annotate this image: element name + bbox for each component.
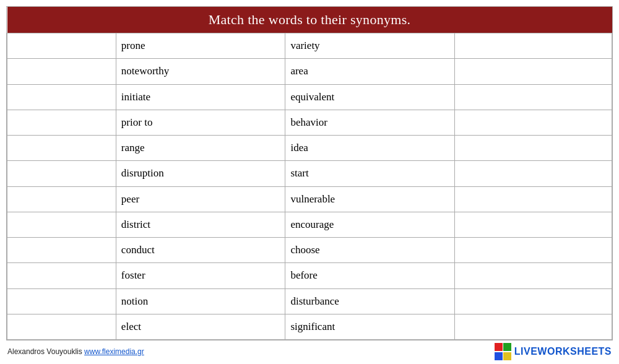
table-row: conductchoose — [7, 238, 612, 263]
blank-right-cell — [454, 186, 612, 212]
author-name: Alexandros Vouyouklis — [7, 347, 82, 356]
table-row: noteworthyarea — [7, 59, 612, 84]
logo-live: LIVE — [514, 346, 538, 357]
blank-right-cell — [454, 263, 612, 288]
footer-left: Alexandros Vouyouklis www.fleximedia.gr — [7, 347, 144, 356]
blank-right-cell — [454, 110, 612, 135]
blank-right-cell — [454, 84, 612, 110]
logo-sq-red — [495, 343, 503, 351]
table-row: fosterbefore — [7, 263, 612, 288]
synonym-cell: disturbance — [285, 288, 455, 314]
word-cell: noteworthy — [116, 59, 285, 84]
synonym-cell: choose — [285, 238, 455, 263]
logo-sq-green — [503, 343, 511, 351]
word-cell: disruption — [116, 161, 285, 186]
footer-right: LIVEWORKSHEETS — [495, 343, 612, 360]
blank-left-cell — [7, 33, 116, 59]
synonym-cell: variety — [285, 33, 455, 59]
blank-left-cell — [7, 84, 116, 110]
logo-sq-yellow — [503, 352, 511, 360]
blank-left-cell — [7, 263, 116, 288]
match-table-container: Match the words to their synonyms. prone… — [6, 6, 613, 340]
logo-worksheets: WORKSHEETS — [537, 346, 612, 357]
blank-left-cell — [7, 288, 116, 314]
blank-left-cell — [7, 136, 116, 161]
word-cell: conduct — [116, 238, 285, 263]
blank-left-cell — [7, 238, 116, 263]
match-table: Match the words to their synonyms. prone… — [7, 7, 612, 340]
synonym-cell: area — [285, 59, 455, 84]
table-row: rangeidea — [7, 136, 612, 161]
table-row: districtencourage — [7, 212, 612, 237]
word-cell: initiate — [116, 84, 285, 110]
footer: Alexandros Vouyouklis www.fleximedia.gr … — [6, 343, 613, 360]
blank-left-cell — [7, 212, 116, 237]
blank-left-cell — [7, 161, 116, 186]
blank-right-cell — [454, 136, 612, 161]
table-row: electsignificant — [7, 314, 612, 339]
word-cell: prone — [116, 33, 285, 59]
blank-left-cell — [7, 110, 116, 135]
synonym-cell: significant — [285, 314, 455, 339]
word-cell: foster — [116, 263, 285, 288]
table-row: notiondisturbance — [7, 288, 612, 314]
blank-right-cell — [454, 33, 612, 59]
table-row: disruptionstart — [7, 161, 612, 186]
liveworksheets-logo: LIVEWORKSHEETS — [514, 346, 612, 357]
footer-link[interactable]: www.fleximedia.gr — [84, 347, 144, 356]
word-cell: district — [116, 212, 285, 237]
blank-right-cell — [454, 161, 612, 186]
page-wrapper: Match the words to their synonyms. prone… — [0, 0, 619, 364]
blank-right-cell — [454, 314, 612, 339]
synonym-cell: start — [285, 161, 455, 186]
blank-right-cell — [454, 238, 612, 263]
word-cell: peer — [116, 186, 285, 212]
word-cell: range — [116, 136, 285, 161]
blank-left-cell — [7, 186, 116, 212]
blank-right-cell — [454, 288, 612, 314]
table-row: prior tobehavior — [7, 110, 612, 135]
table-row: pronevariety — [7, 33, 612, 59]
table-row: initiateequivalent — [7, 84, 612, 110]
logo-squares-icon — [495, 343, 512, 360]
synonym-cell: encourage — [285, 212, 455, 237]
table-title: Match the words to their synonyms. — [7, 7, 612, 33]
table-row: peervulnerable — [7, 186, 612, 212]
synonym-cell: before — [285, 263, 455, 288]
logo-sq-blue — [495, 352, 503, 360]
word-cell: prior to — [116, 110, 285, 135]
blank-left-cell — [7, 59, 116, 84]
synonym-cell: behavior — [285, 110, 455, 135]
word-cell: notion — [116, 288, 285, 314]
header-row: Match the words to their synonyms. — [7, 7, 612, 33]
blank-right-cell — [454, 212, 612, 237]
synonym-cell: vulnerable — [285, 186, 455, 212]
blank-left-cell — [7, 314, 116, 339]
synonym-cell: equivalent — [285, 84, 455, 110]
blank-right-cell — [454, 59, 612, 84]
synonym-cell: idea — [285, 136, 455, 161]
word-cell: elect — [116, 314, 285, 339]
